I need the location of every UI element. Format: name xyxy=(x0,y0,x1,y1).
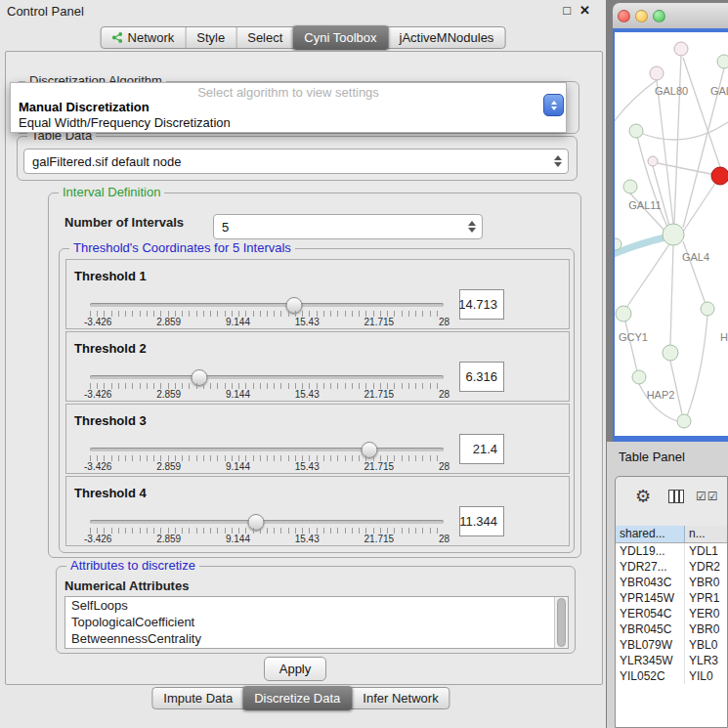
table-row[interactable]: YBR045C YBR0 xyxy=(616,621,727,637)
cell-shared-name: YIL052C xyxy=(616,668,685,684)
column-header-name[interactable]: n... xyxy=(685,526,727,542)
tab-jactivemnodules[interactable]: jActiveMNodules xyxy=(388,27,505,48)
window-title: Control Panel xyxy=(7,4,84,19)
column-header-shared-name[interactable]: shared... xyxy=(616,526,685,542)
num-intervals-label: Number of Intervals xyxy=(64,215,184,230)
algorithm-option-manual[interactable]: Manual Discretization xyxy=(11,100,566,115)
scale-label: 21.715 xyxy=(364,389,395,400)
cell-name: YDR2 xyxy=(685,559,727,575)
table-body: YDL19... YDL1 YDR27... YDR2 YBR043C YBR0 xyxy=(616,543,727,684)
scrollbar-thumb[interactable] xyxy=(557,598,566,647)
scale-label: 9.144 xyxy=(226,534,250,544)
cell-name: YER0 xyxy=(685,606,727,621)
apply-button[interactable]: Apply xyxy=(264,657,326,681)
tab-label: Infer Network xyxy=(363,691,438,706)
threshold-value-field[interactable]: 11.344 xyxy=(459,506,504,536)
settings-gear-icon[interactable]: ⚙ xyxy=(635,486,651,507)
threshold-panel: Threshold 4 -3.4262.8599.14415.4321.7152… xyxy=(65,476,570,546)
table-row[interactable]: YBL079W YBL0 xyxy=(616,637,727,653)
network-window-titlebar[interactable] xyxy=(613,3,728,29)
threshold-value-field[interactable]: 21.4 xyxy=(459,434,504,464)
network-view-frame: GAL80GAL8GAL11GAL4GCY1HHAP2 xyxy=(613,28,728,442)
columns-icon[interactable] xyxy=(668,490,684,503)
num-intervals-select[interactable]: 5 xyxy=(213,214,483,239)
algorithm-placeholder-option[interactable]: Select algorithm to view settings xyxy=(11,83,566,100)
interval-definition-title: Interval Definition xyxy=(59,185,164,199)
scale-label: 15.43 xyxy=(295,317,320,327)
close-icon[interactable]: ✕ xyxy=(579,3,590,19)
svg-text:GAL80: GAL80 xyxy=(655,85,688,97)
cell-name: YDL1 xyxy=(685,543,727,559)
cell-shared-name: YER054C xyxy=(616,606,685,621)
zoom-traffic-light-icon[interactable] xyxy=(653,10,665,22)
threshold-panel: Threshold 2 -3.4262.8599.14415.4321.7152… xyxy=(65,331,570,402)
cell-shared-name: YPR145W xyxy=(616,590,685,606)
list-item[interactable]: BetweennessCentrality xyxy=(65,630,568,647)
tab-cyni-toolbox[interactable]: Cyni Toolbox xyxy=(292,25,388,50)
svg-text:H: H xyxy=(720,331,728,343)
control-panel-titlebar[interactable]: Control Panel □ ✕ xyxy=(0,0,606,23)
tab-style[interactable]: Style xyxy=(185,27,236,48)
list-item[interactable]: SelfLoops xyxy=(65,597,568,614)
scale-label: 21.715 xyxy=(364,461,395,472)
cell-name: YBR0 xyxy=(685,575,727,590)
threshold-label: Threshold 4 xyxy=(74,486,147,500)
slider-scale: -3.4262.8599.14415.4321.71528 xyxy=(84,534,450,544)
cell-name: YIL0 xyxy=(685,668,727,684)
scale-label: 28 xyxy=(439,389,450,400)
scrollbar[interactable] xyxy=(554,597,568,648)
tab-label: Cyni Toolbox xyxy=(304,30,376,45)
table-row[interactable]: YLR345W YLR3 xyxy=(616,653,727,668)
scale-label: 28 xyxy=(439,461,450,472)
cell-name: YBR0 xyxy=(685,621,727,637)
svg-text:GAL11: GAL11 xyxy=(628,199,661,211)
list-item[interactable]: TopologicalCoefficient xyxy=(65,614,568,630)
attributes-list[interactable]: SelfLoopsTopologicalCoefficientBetweenne… xyxy=(64,596,569,649)
tab-label: Select xyxy=(247,30,282,45)
table-panel-title: Table Panel xyxy=(619,450,685,464)
slider-scale: -3.4262.8599.14415.4321.71528 xyxy=(84,461,450,472)
threshold-label: Threshold 1 xyxy=(74,269,147,283)
close-traffic-light-icon[interactable] xyxy=(618,10,630,22)
threshold-value-field[interactable]: 6.316 xyxy=(459,362,504,392)
scale-label: 15.43 xyxy=(295,534,320,544)
scale-label: -3.426 xyxy=(84,389,111,400)
scale-label: 28 xyxy=(439,317,450,327)
scale-label: -3.426 xyxy=(84,461,111,472)
svg-text:GAL4: GAL4 xyxy=(682,251,709,263)
combobox-stepper-button[interactable] xyxy=(543,94,564,116)
table-row[interactable]: YPR145W YPR1 xyxy=(616,590,727,606)
scale-label: 9.144 xyxy=(226,389,250,400)
table-row[interactable]: YBR043C YBR0 xyxy=(616,575,727,590)
scale-label: -3.426 xyxy=(84,317,111,327)
tab-discretize-data[interactable]: Discretize Data xyxy=(242,686,352,710)
table-data-select[interactable]: galFiltered.sif default node xyxy=(23,149,569,174)
algorithm-option-equal-width[interactable]: Equal Width/Frequency Discretization xyxy=(11,115,566,131)
network-canvas[interactable]: GAL80GAL8GAL11GAL4GCY1HHAP2 xyxy=(615,32,728,436)
table-row[interactable]: YDL19... YDL1 xyxy=(616,543,727,559)
scale-label: 21.715 xyxy=(364,534,395,544)
minimize-icon[interactable]: □ xyxy=(563,3,571,19)
network-graph: GAL80GAL8GAL11GAL4GCY1HHAP2 xyxy=(615,32,728,436)
slider-track xyxy=(90,520,444,524)
tab-network[interactable]: Network xyxy=(102,27,186,48)
table-row[interactable]: YIL052C YIL0 xyxy=(616,668,727,684)
minimize-traffic-light-icon[interactable] xyxy=(635,10,648,22)
row-select-icons[interactable]: ☑☑ xyxy=(696,490,719,503)
slider-scale: -3.4262.8599.14415.4321.71528 xyxy=(84,317,450,327)
network-view-window: GAL80GAL8GAL11GAL4GCY1HHAP2 xyxy=(613,3,728,442)
tab-select[interactable]: Select xyxy=(236,27,293,48)
table-toolbar: ⚙ ☑☑ xyxy=(616,477,727,524)
threshold-value-field[interactable]: 14.713 xyxy=(459,289,504,320)
network-icon xyxy=(112,32,123,43)
cell-name: YPR1 xyxy=(685,590,727,606)
scale-label: 9.144 xyxy=(226,317,250,327)
tab-infer-network[interactable]: Infer Network xyxy=(351,688,449,708)
table-row[interactable]: YER054C YER0 xyxy=(616,606,727,621)
scale-label: 15.43 xyxy=(295,389,320,400)
tab-impute-data[interactable]: Impute Data xyxy=(152,688,243,708)
tab-label: Network xyxy=(128,30,175,45)
table-row[interactable]: YDR27... YDR2 xyxy=(616,559,727,575)
scale-label: 2.859 xyxy=(156,461,181,472)
tab-label: Discretize Data xyxy=(254,691,340,706)
